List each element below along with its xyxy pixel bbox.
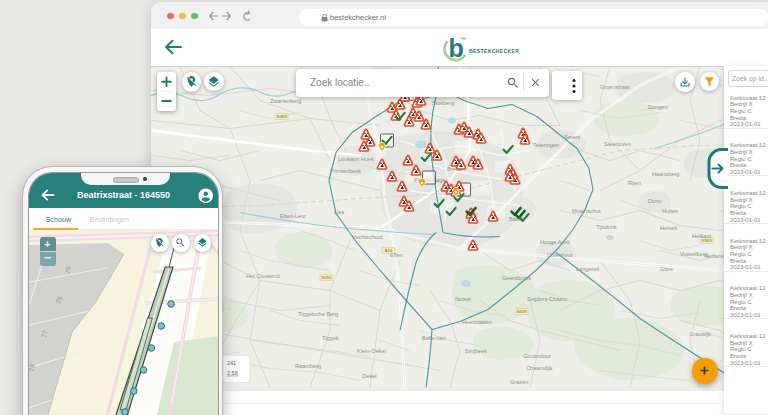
svg-text:Klein-Oekel: Klein-Oekel <box>357 347 386 353</box>
svg-text:Effen: Effen <box>390 251 403 257</box>
svg-text:Dorst: Dorst <box>648 197 662 203</box>
svg-text:2.58: 2.58 <box>227 369 238 375</box>
svg-text:Grauwijk: Grauwijk <box>689 330 711 336</box>
svg-text:241: 241 <box>227 360 236 366</box>
svg-text:N369: N369 <box>701 238 712 243</box>
svg-text:Prinsenbeek: Prinsenbeek <box>330 167 361 173</box>
svg-text:Zwartenberg: Zwartenberg <box>270 97 301 103</box>
svg-text:b: b <box>449 34 464 62</box>
svg-text:Snijders-Chaam: Snijders-Chaam <box>527 295 567 301</box>
svg-text:Heerstaaien: Heerstaaien <box>462 318 492 324</box>
svg-text:Hulten: Hulten <box>662 207 678 213</box>
svg-text:Langereit: Langereit <box>576 265 600 271</box>
svg-text:Balleman: Balleman <box>422 334 445 340</box>
svg-text:N394: N394 <box>321 275 332 280</box>
svg-text:Rijen: Rijen <box>628 179 641 185</box>
svg-text:Seters: Seters <box>564 133 580 139</box>
svg-text:Tiggelsche Berg: Tiggelsche Berg <box>298 310 338 316</box>
svg-text:Geersbroek: Geersbroek <box>502 274 531 280</box>
svg-text:Hooge Aard: Hooge Aard <box>540 238 570 244</box>
svg-text:Ulvenhout: Ulvenhout <box>547 251 573 257</box>
svg-text:Ginderdoor: Ginderdoor <box>523 352 551 358</box>
svg-text:Etten-Leur: Etten-Leur <box>280 212 306 218</box>
svg-text:Grazen: Grazen <box>510 378 528 384</box>
svg-text:Oekel: Oekel <box>362 372 377 378</box>
svg-text:BESTEKCHECKER: BESTEKCHECKER <box>469 48 519 54</box>
svg-text:Teteringen: Teteringen <box>533 141 559 147</box>
svg-text:Lousaint Hoek: Lousaint Hoek <box>338 155 374 161</box>
svg-text:Helkant: Helkant <box>692 232 711 238</box>
svg-text:Lies: Lies <box>334 208 344 214</box>
svg-text:Gilze: Gilze <box>660 265 673 271</box>
svg-text:Strijbeek: Strijbeek <box>465 347 487 353</box>
svg-text:Tijsdonk: Tijsdonk <box>596 223 617 229</box>
svg-text:Notsel: Notsel <box>455 295 471 301</box>
svg-text:Dongen: Dongen <box>648 103 668 109</box>
svg-text:Haansberg: Haansberg <box>652 170 679 176</box>
svg-text:Chaamdijk: Chaamdijk <box>526 364 553 370</box>
svg-text:Steenoven: Steenoven <box>604 140 631 146</box>
svg-text:Vuchtschoot: Vuchtschoot <box>352 233 383 239</box>
svg-text:Groenstraat: Groenstraat <box>600 83 630 89</box>
svg-text:Raamberg: Raamberg <box>295 362 321 368</box>
svg-text:Heivelt: Heivelt <box>660 224 678 230</box>
svg-text:Het Closteind: Het Closteind <box>246 272 280 278</box>
svg-text:Stokberg: Stokberg <box>432 99 454 105</box>
svg-text:Tiggelt: Tiggelt <box>322 334 339 340</box>
svg-text:Molenschot: Molenschot <box>572 207 601 213</box>
svg-text:N639: N639 <box>516 309 527 314</box>
svg-text:N389: N389 <box>276 114 287 119</box>
